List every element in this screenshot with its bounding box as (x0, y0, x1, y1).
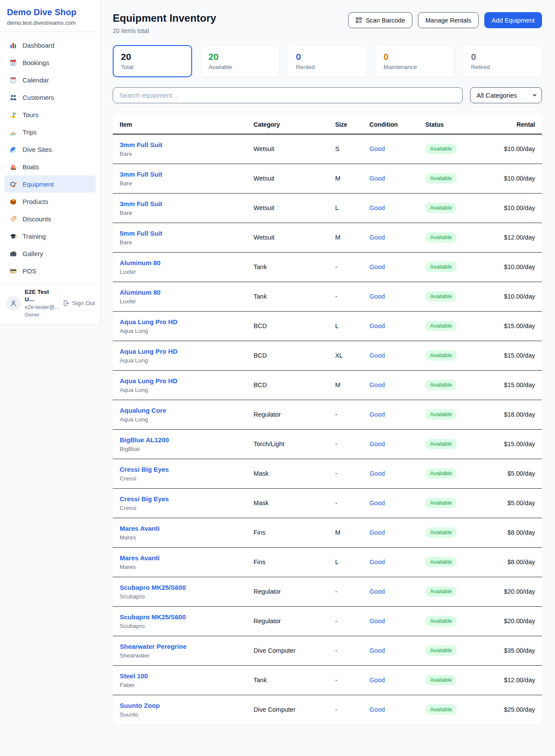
search-input[interactable] (113, 87, 463, 103)
table-row[interactable]: Aqua Lung Pro HD Aqua Lung BCD XL Good A… (113, 341, 542, 370)
table-row[interactable]: Mares Avanti Mares Fins L Good Available… (113, 547, 542, 577)
sidebar-item-products[interactable]: Products (4, 193, 96, 210)
item-name-link[interactable]: Aqualung Core (120, 407, 247, 414)
table-row[interactable]: Steel 100 Faber Tank - Good Available $1… (113, 665, 542, 695)
condition-link[interactable]: Good (369, 263, 385, 270)
category-select[interactable]: All Categories (470, 87, 542, 103)
table-row[interactable]: 3mm Full Suit Bare Wetsuit L Good Availa… (113, 193, 542, 223)
scan-barcode-button[interactable]: Scan Barcode (348, 12, 412, 28)
item-name-link[interactable]: BigBlue AL1200 (120, 436, 247, 444)
condition-link[interactable]: Good (369, 500, 385, 506)
table-row[interactable]: 5mm Full Suit Bare Wetsuit M Good Availa… (113, 223, 542, 252)
add-equipment-button[interactable]: Add Equipment (484, 12, 542, 28)
condition-link[interactable]: Good (369, 204, 385, 211)
column-header-size: Size (332, 113, 366, 134)
condition-link[interactable]: Good (369, 470, 385, 477)
item-name-link[interactable]: Cressi Big Eyes (120, 466, 247, 473)
table-row[interactable]: Aqualung Core Aqua Lung Regulator - Good… (113, 400, 542, 429)
brand-domain: demo.test.divestreams.com (7, 20, 93, 26)
condition-link[interactable]: Good (369, 588, 385, 595)
sidebar-item-tours[interactable]: Tours (4, 106, 96, 123)
item-name-link[interactable]: Cressi Big Eyes (120, 495, 247, 503)
table-row[interactable]: 3mm Full Suit Bare Wetsuit S Good Availa… (113, 134, 542, 164)
item-name-link[interactable]: 3mm Full Suit (120, 171, 247, 178)
stat-card-total[interactable]: 20 Total (113, 45, 192, 77)
condition-link[interactable]: Good (369, 175, 385, 182)
condition-link[interactable]: Good (369, 322, 385, 329)
stat-card-rented[interactable]: 0 Rented (288, 45, 367, 77)
sidebar-item-boats[interactable]: Boats (4, 158, 96, 175)
item-name-link[interactable]: Mares Avanti (120, 525, 247, 532)
item-name-link[interactable]: 3mm Full Suit (120, 200, 247, 207)
item-name-link[interactable]: 5mm Full Suit (120, 230, 247, 237)
sign-out-button[interactable]: Sign Out (63, 300, 95, 306)
stat-card-maintenance[interactable]: 0 Maintenance (375, 45, 454, 77)
sidebar-item-bookings[interactable]: 17 Bookings (4, 54, 96, 71)
sidebar-item-trips[interactable]: Trips (4, 123, 96, 141)
table-row[interactable]: Cressi Big Eyes Cressi Mask - Good Avail… (113, 459, 542, 488)
rental-price: $10.00/day (486, 193, 542, 223)
table-row[interactable]: 3mm Full Suit Bare Wetsuit M Good Availa… (113, 164, 542, 193)
status-badge: Available (425, 586, 457, 597)
table-row[interactable]: Shearwater Peregrine Shearwater Dive Com… (113, 636, 542, 665)
sidebar-item-training[interactable]: Training (4, 227, 96, 245)
condition-link[interactable]: Good (369, 411, 385, 418)
sidebar-item-calendar[interactable]: Calendar (4, 71, 96, 89)
stat-card-retired[interactable]: 0 Retired (463, 45, 542, 77)
item-name-link[interactable]: Steel 100 (120, 672, 247, 680)
item-name-link[interactable]: Aqua Lung Pro HD (120, 348, 247, 355)
condition-link[interactable]: Good (369, 677, 385, 684)
status-badge: Available (425, 616, 457, 626)
sidebar-item-customers[interactable]: Customers (4, 89, 96, 106)
table-row[interactable]: BigBlue AL1200 BigBlue Torch/Light - Goo… (113, 429, 542, 459)
rental-price: $10.00/day (486, 134, 542, 164)
item-name-link[interactable]: Aqua Lung Pro HD (120, 377, 247, 385)
sidebar-item-dive-sites[interactable]: Dive Sites (4, 141, 96, 158)
item-name-link[interactable]: Mares Avanti (120, 554, 247, 562)
condition-link[interactable]: Good (369, 293, 385, 300)
item-name-link[interactable]: Aluminum 80 (120, 289, 247, 296)
sidebar-item-discounts[interactable]: Discounts (4, 210, 96, 227)
condition-link[interactable]: Good (369, 559, 385, 565)
sidebar-item-pos[interactable]: POS (4, 262, 96, 279)
table-row[interactable]: Suunto Zoop Suunto Dive Computer - Good … (113, 695, 542, 724)
item-name-link[interactable]: Scubapro MK25/S600 (120, 613, 247, 621)
equipment-table-card: Item Category Size Condition Status Rent… (113, 113, 542, 724)
column-header-item: Item (113, 113, 250, 134)
stat-label: Total (121, 64, 184, 70)
item-name-link[interactable]: Scubapro MK25/S600 (120, 584, 247, 591)
item-name-link[interactable]: Aluminum 80 (120, 259, 247, 266)
stat-card-available[interactable]: 20 Available (200, 45, 280, 77)
condition-link[interactable]: Good (369, 352, 385, 359)
stat-label: Available (209, 64, 271, 70)
table-row[interactable]: Cressi Big Eyes Cressi Mask - Good Avail… (113, 488, 542, 518)
sidebar-item-dashboard[interactable]: Dashboard (4, 36, 96, 54)
table-row[interactable]: Aqua Lung Pro HD Aqua Lung BCD M Good Av… (113, 370, 542, 400)
item-name-link[interactable]: 3mm Full Suit (120, 141, 247, 148)
item-size: - (332, 459, 366, 488)
item-name-link[interactable]: Shearwater Peregrine (120, 643, 247, 650)
condition-link[interactable]: Good (369, 647, 385, 654)
condition-link[interactable]: Good (369, 706, 385, 713)
condition-link[interactable]: Good (369, 381, 385, 388)
item-size: - (332, 488, 366, 518)
table-row[interactable]: Aqua Lung Pro HD Aqua Lung BCD L Good Av… (113, 311, 542, 341)
condition-link[interactable]: Good (369, 618, 385, 625)
sidebar-item-gallery[interactable]: Gallery (4, 245, 96, 262)
sidebar-item-label: Tours (23, 111, 39, 118)
item-name-link[interactable]: Aqua Lung Pro HD (120, 318, 247, 325)
condition-link[interactable]: Good (369, 440, 385, 447)
condition-link[interactable]: Good (369, 145, 385, 152)
table-row[interactable]: Aluminum 80 Luxfer Tank - Good Available… (113, 252, 542, 282)
condition-link[interactable]: Good (369, 234, 385, 241)
table-row[interactable]: Mares Avanti Mares Fins M Good Available… (113, 518, 542, 547)
manage-rentals-button[interactable]: Manage Rentals (418, 12, 479, 28)
item-name-link[interactable]: Suunto Zoop (120, 702, 247, 709)
table-row[interactable]: Scubapro MK25/S600 Scubapro Regulator - … (113, 577, 542, 606)
sidebar-item-equipment[interactable]: Equipment (4, 175, 96, 193)
condition-link[interactable]: Good (369, 529, 385, 536)
item-category: BCD (250, 311, 332, 341)
table-row[interactable]: Scubapro MK25/S600 Scubapro Regulator - … (113, 606, 542, 636)
item-category: Torch/Light (250, 429, 332, 459)
table-row[interactable]: Aluminum 80 Luxfer Tank - Good Available… (113, 282, 542, 311)
